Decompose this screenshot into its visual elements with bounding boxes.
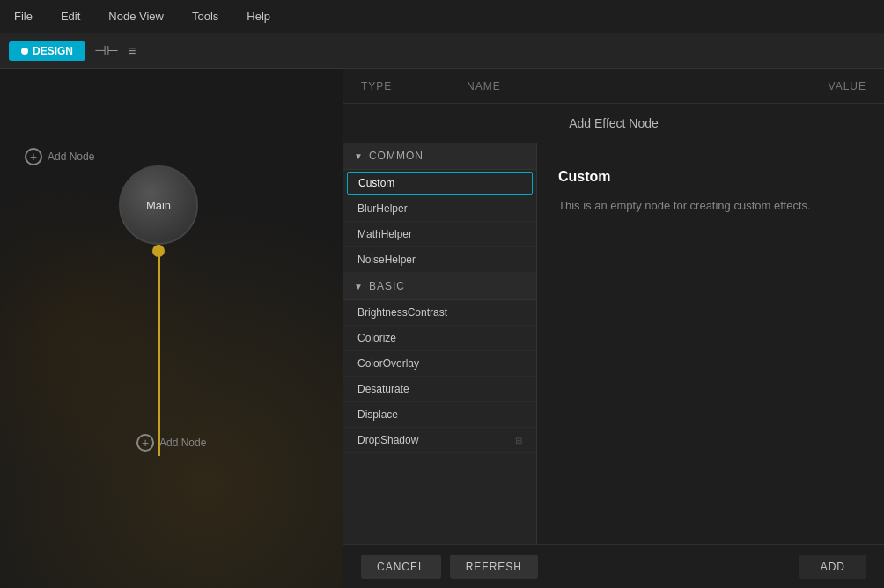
effect-dropshadow[interactable]: DropShadow ⊞ [343,428,536,453]
main-layout: + Add Node Main + Add Node TYPE NAME VAL… [0,69,884,588]
add-node-bottom-label: Add Node [159,437,206,449]
effect-brightnesscontrast[interactable]: BrightnessContrast [343,300,536,326]
menu-icon[interactable]: ≡ [128,43,136,59]
add-node-top-plus[interactable]: + [25,148,42,165]
refresh-button[interactable]: REFRESH [450,555,538,579]
effect-blurhelper[interactable]: BlurHelper [343,196,536,222]
section-common[interactable]: ▼ COMMON [343,143,536,170]
dialog-body: ▼ COMMON Custom BlurHelper MathHelper [343,143,884,544]
menu-file[interactable]: File [9,6,38,26]
canvas-background: + Add Node Main + Add Node [0,69,343,588]
section-basic-label: BASIC [369,280,405,292]
main-node-label: Main [146,199,171,212]
dropshadow-icon: ⊞ [515,436,522,445]
dialog-title: Add Effect Node [343,104,884,143]
effect-desaturate[interactable]: Desaturate [343,377,536,402]
menu-tools[interactable]: Tools [187,6,224,26]
toolbar: DESIGN ⊣⊢ ≡ [0,33,884,69]
effect-colorize[interactable]: Colorize [343,326,536,351]
add-node-bottom[interactable]: + Add Node [136,434,206,452]
section-common-label: COMMON [369,150,424,162]
chevron-basic-icon: ▼ [354,282,364,291]
effect-noisehelper[interactable]: NoiseHelper [343,247,536,273]
effect-brightnesscontrast-label: BrightnessContrast [357,306,447,319]
effect-displace[interactable]: Displace [343,402,536,428]
col-name-label: NAME [467,80,572,92]
design-button[interactable]: DESIGN [9,41,85,61]
footer-left-buttons: CANCEL REFRESH [361,555,538,579]
effect-desaturate-label: Desaturate [357,383,409,395]
add-node-top-label: Add Node [48,151,94,163]
effect-displace-label: Displace [357,408,398,421]
effect-custom[interactable]: Custom [347,172,533,195]
main-node[interactable]: Main [119,165,198,245]
effect-dropshadow-row: DropShadow ⊞ [357,434,522,446]
node-line [158,245,160,456]
add-effect-dialog: Add Effect Node ▼ COMMON Custom [343,104,884,588]
menu-help[interactable]: Help [241,6,276,26]
effect-description-panel: Custom This is an empty node for creatin… [537,143,884,544]
effect-colorize-label: Colorize [357,332,396,344]
effect-dropshadow-label: DropShadow [357,434,418,446]
right-panel: TYPE NAME VALUE Add Effect Node ▼ COMMON [343,69,884,588]
effect-coloroverlay-label: ColorOverlay [357,357,419,370]
dialog-area: Add Effect Node ▼ COMMON Custom [343,104,884,588]
effect-mathhelper[interactable]: MathHelper [343,222,536,247]
col-type-label: TYPE [361,80,431,92]
col-value-label: VALUE [608,80,866,92]
column-headers: TYPE NAME VALUE [343,69,884,104]
cancel-button[interactable]: CANCEL [361,555,441,579]
effect-noisehelper-label: NoiseHelper [357,254,416,266]
add-button[interactable]: ADD [799,555,866,579]
menu-edit[interactable]: Edit [55,6,85,26]
node-canvas: + Add Node Main + Add Node [0,69,343,588]
effect-mathhelper-label: MathHelper [357,228,412,240]
design-label: DESIGN [33,45,73,57]
menu-bar: File Edit Node View Tools Help [0,0,884,33]
effect-desc-text: This is an empty node for creating custo… [558,197,863,215]
add-node-top[interactable]: + Add Node [25,148,94,165]
section-basic[interactable]: ▼ BASIC [343,273,536,300]
design-dot [21,48,28,55]
effect-custom-label: Custom [358,177,394,189]
effect-blurhelper-label: BlurHelper [357,202,408,215]
dialog-footer: CANCEL REFRESH ADD [343,544,884,588]
effect-list: ▼ COMMON Custom BlurHelper MathHelper [343,143,537,544]
effect-desc-title: Custom [558,169,863,185]
chevron-common-icon: ▼ [354,151,364,161]
effect-coloroverlay[interactable]: ColorOverlay [343,351,536,377]
add-node-bottom-plus[interactable]: + [136,434,154,452]
menu-node-view[interactable]: Node View [103,6,169,26]
split-icon[interactable]: ⊣⊢ [94,42,119,59]
